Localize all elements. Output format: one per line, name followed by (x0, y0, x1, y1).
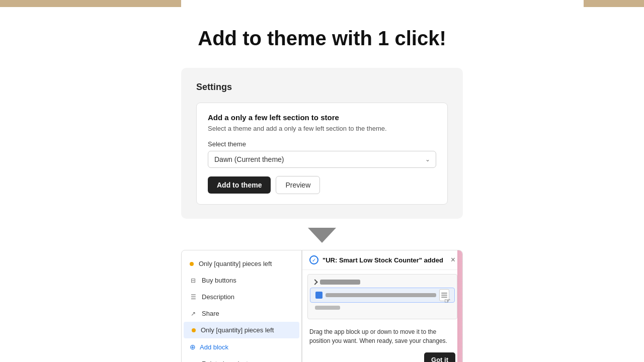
preview-row-1 (308, 275, 457, 288)
preview-bar (320, 280, 360, 285)
sidebar-panel: Only [quantity] pieces left ⊟ Buy button… (181, 250, 302, 362)
action-buttons: Add to theme Preview (208, 176, 436, 194)
notification-title: "UR: Smart Low Stock Counter" added (323, 256, 443, 264)
preview-bar-blue (326, 293, 436, 297)
settings-card: Settings Add a only a few left section t… (181, 68, 463, 219)
down-arrow-icon (308, 228, 336, 243)
page-headline: Add to theme with 1 click! (198, 27, 446, 50)
grid-icon: ⊞ (190, 360, 197, 363)
share-icon: ↗ (190, 310, 197, 317)
sidebar-item-label: Buy buttons (202, 277, 236, 284)
settings-title: Settings (196, 82, 448, 93)
dot-icon (190, 262, 194, 266)
notification-body-text: Drag the app block up or down to move it… (309, 328, 447, 344)
bottom-section: Only [quantity] pieces left ⊟ Buy button… (181, 250, 463, 362)
list-item[interactable]: ⊞ Related products (182, 355, 301, 362)
drag-line (441, 295, 447, 296)
sidebar-item-label: Share (202, 310, 219, 317)
notification-title-row: ✓ "UR: Smart Low Stock Counter" added (309, 255, 443, 264)
sidebar-item-label: Related products (202, 360, 251, 362)
preview-row-3 (308, 303, 457, 313)
add-block-label: Add block (200, 343, 228, 351)
app-block-icon (315, 292, 323, 299)
section-sub: Select a theme and add a only a few left… (208, 125, 436, 132)
preview-bar-small (315, 306, 340, 310)
plus-circle-icon: ⊕ (190, 343, 196, 351)
section-header: Add a only a few left section to store (208, 113, 436, 122)
sidebar-item-label: Only [quantity] pieces left (199, 260, 272, 267)
list-item[interactable]: ↗ Share (182, 305, 301, 322)
list-item[interactable]: Only [quantity] pieces left (182, 255, 301, 272)
theme-select[interactable]: Dawn (Current theme) Other theme (208, 151, 436, 168)
got-it-button[interactable]: Got it (424, 352, 455, 362)
corner-decoration-right (584, 0, 644, 7)
theme-select-wrapper[interactable]: Dawn (Current theme) Other theme ⌄ (208, 151, 436, 168)
notification-footer: Got it (302, 350, 462, 362)
cursor-icon: ☞ (444, 297, 451, 305)
list-item-active[interactable]: Only [quantity] pieces left (184, 322, 299, 338)
list-item[interactable]: ☰ Description (182, 289, 301, 305)
preview-button[interactable]: Preview (276, 176, 320, 194)
settings-section-inner: Add a only a few left section to store S… (196, 103, 448, 205)
pink-decoration (457, 250, 463, 362)
preview-area: ☞ (307, 274, 457, 319)
select-label: Select theme (208, 140, 436, 148)
notification-panel: ✓ "UR: Smart Low Stock Counter" added × (302, 250, 463, 362)
main-content: Add to theme with 1 click! Settings Add … (0, 7, 644, 362)
add-block-item[interactable]: ⊕ Add block (182, 338, 301, 355)
preview-row-2: ☞ (310, 288, 455, 303)
list-item[interactable]: ⊟ Buy buttons (182, 272, 301, 289)
notification-body: Drag the app block up or down to move it… (302, 323, 462, 350)
buy-icon: ⊟ (190, 277, 197, 284)
corner-decoration-left (0, 0, 181, 7)
dot-icon (192, 328, 196, 332)
drag-handle-icon[interactable]: ☞ (439, 289, 449, 301)
list-icon: ☰ (190, 294, 197, 301)
sidebar-item-label: Only [quantity] pieces left (201, 326, 274, 334)
sidebar-item-label: Description (202, 293, 234, 301)
close-icon[interactable]: × (451, 256, 455, 264)
drag-line (441, 293, 447, 294)
add-theme-button[interactable]: Add to theme (208, 176, 271, 194)
expand-arrow-icon (312, 279, 317, 285)
check-circle-icon: ✓ (309, 255, 318, 264)
notification-header: ✓ "UR: Smart Low Stock Counter" added × (302, 250, 462, 270)
